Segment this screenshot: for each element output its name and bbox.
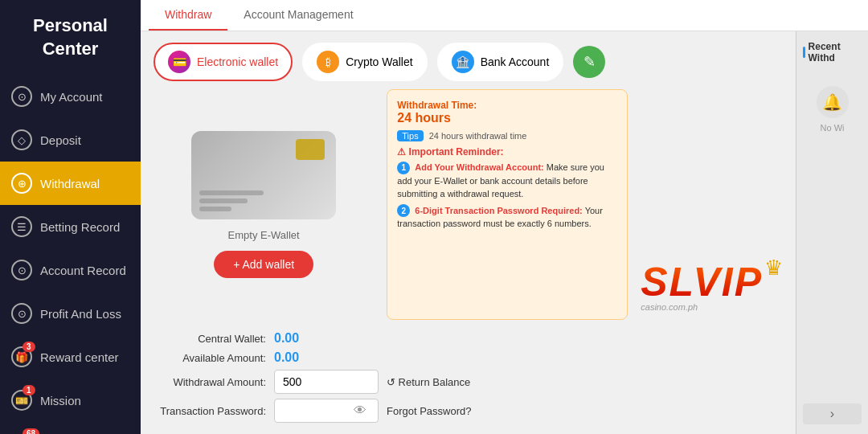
sidebar-item-label: Profit And Loss — [40, 307, 121, 321]
sidebar-item-label: Withdrawal — [40, 177, 100, 190]
card-line-1 — [199, 190, 264, 195]
tips-reminder: ⚠ Important Reminder: — [397, 146, 617, 158]
tips-time-text: Tips 24 hours withdrawal time — [397, 130, 617, 141]
title-bar-decoration — [803, 47, 805, 58]
sidebar-item-label: Reward center — [40, 350, 119, 364]
tips-item1-title: Add Your Withdrawal Account: — [415, 162, 543, 172]
right-panel: Recent Withd 🔔 No Wi › — [796, 31, 868, 434]
internal-message-badge: 68 — [23, 428, 39, 434]
transaction-password-row: Transaction Password: 👁 Forgot Password? — [154, 399, 783, 423]
card-line-3 — [199, 207, 231, 211]
logo-area: SLVIP ♛ casino.com.ph — [641, 89, 783, 320]
sidebar-item-betting-record[interactable]: ☰ Betting Record — [0, 205, 141, 248]
tips-box: Withdrawal Time: 24 hours Tips 24 hours … — [387, 89, 628, 320]
deposit-icon: ◇ — [11, 129, 32, 150]
sidebar-item-withdrawal[interactable]: ⊕ Withdrawal — [0, 162, 141, 205]
ewallet-label: Electronic wallet — [197, 55, 278, 68]
tips-hours: 24 hours — [397, 111, 617, 125]
no-withdraw-text: No Wi — [821, 123, 845, 133]
crown-icon: ♛ — [764, 256, 783, 280]
available-amount-row: Available Amount: 0.00 — [154, 350, 783, 365]
slvip-logo-text: SLVIP — [641, 259, 763, 305]
sidebar-item-reward-center[interactable]: 🎁 Reward center 3 — [0, 335, 141, 379]
recent-title-text: Recent Withd — [809, 41, 862, 63]
bell-icon: 🔔 — [817, 86, 849, 118]
sidebar-item-account-record[interactable]: ⊙ Account Record — [0, 248, 141, 292]
available-amount-value: 0.00 — [274, 350, 299, 365]
sidebar-item-profit-loss[interactable]: ⊙ Profit And Loss — [0, 292, 141, 335]
my-account-icon: ⊙ — [11, 86, 32, 107]
sidebar-item-mission[interactable]: 🎫 Mission 1 — [0, 379, 141, 422]
crypto-icon: ₿ — [317, 51, 339, 73]
tips-item-1: 1 Add Your Withdrawal Account: Make sure… — [397, 161, 617, 201]
sidebar-item-label: Account Record — [40, 264, 126, 277]
transaction-password-input[interactable] — [275, 399, 347, 422]
tips-num-1: 1 — [397, 162, 410, 174]
tab-withdraw[interactable]: Withdraw — [149, 0, 227, 31]
wallet-buttons-row: 💳 Electronic wallet ₿ Crypto Wallet 🏦 Ba… — [154, 43, 783, 81]
card-visual — [191, 131, 336, 219]
tips-item2-title: 6-Digit Transaction Password Required: — [415, 206, 582, 215]
withdrawal-time-label: Withdrawal Time: — [397, 100, 617, 111]
tips-tag: Tips — [397, 130, 423, 141]
transaction-password-label: Transaction Password: — [154, 405, 266, 417]
central-wallet-label: Central Wallet: — [154, 333, 266, 345]
central-wallet-row: Central Wallet: 0.00 — [154, 331, 783, 346]
bank-button[interactable]: 🏦 Bank Account — [437, 43, 564, 81]
sidebar-item-my-account[interactable]: ⊙ My Account — [0, 75, 141, 118]
sidebar-item-label: Betting Record — [40, 220, 120, 234]
return-balance-button[interactable]: ↺ Return Balance — [387, 376, 470, 388]
scroll-down-button[interactable]: › — [803, 403, 862, 424]
sidebar-item-label: My Account — [40, 90, 103, 104]
left-panel: 💳 Electronic wallet ₿ Crypto Wallet 🏦 Ba… — [141, 31, 796, 434]
main-content: Withdraw Account Management 💳 Electronic… — [141, 0, 868, 434]
sidebar: PersonalCenter ⊙ My Account ◇ Deposit ⊕ … — [0, 0, 141, 434]
tips-num-2: 2 — [397, 204, 410, 217]
mission-badge: 1 — [23, 385, 35, 395]
withdrawal-amount-input[interactable] — [274, 370, 379, 394]
sidebar-item-deposit[interactable]: ◇ Deposit — [0, 118, 141, 162]
ewallet-icon: 💳 — [168, 51, 190, 73]
bank-label: Bank Account — [481, 55, 550, 68]
sidebar-item-label: Deposit — [40, 133, 81, 147]
tips-time-text-content: 24 hours withdrawal time — [429, 131, 527, 141]
withdrawal-icon: ⊕ — [11, 173, 32, 194]
withdrawal-amount-label: Withdrawal Amount: — [154, 376, 266, 388]
betting-record-icon: ☰ — [11, 216, 32, 237]
empty-ewallet-label: Empty E-Wallet — [228, 229, 300, 241]
card-area: Empty E-Wallet + Add wallet — [154, 89, 374, 320]
ewallet-button[interactable]: 💳 Electronic wallet — [154, 43, 293, 81]
sidebar-title: PersonalCenter — [0, 0, 141, 75]
eye-icon[interactable]: 👁 — [347, 400, 373, 421]
password-input-wrapper: 👁 — [274, 399, 379, 423]
crypto-button[interactable]: ₿ Crypto Wallet — [302, 43, 428, 81]
content-area: 💳 Electronic wallet ₿ Crypto Wallet 🏦 Ba… — [141, 31, 868, 434]
account-record-icon: ⊙ — [11, 260, 32, 280]
tab-account-management[interactable]: Account Management — [227, 0, 369, 31]
card-line-2 — [199, 199, 248, 203]
middle-section: Empty E-Wallet + Add wallet Withdrawal T… — [154, 89, 783, 320]
available-amount-label: Available Amount: — [154, 352, 266, 364]
tips-item-2: 2 6-Digit Transaction Password Required:… — [397, 204, 617, 231]
profit-loss-icon: ⊙ — [11, 303, 32, 324]
crypto-label: Crypto Wallet — [346, 55, 413, 68]
edit-button[interactable]: ✎ — [573, 46, 605, 78]
recent-withdrawals-title: Recent Withd — [803, 41, 862, 63]
edit-icon: ✎ — [583, 53, 596, 71]
add-wallet-button[interactable]: + Add wallet — [214, 251, 313, 278]
reward-center-badge: 3 — [23, 342, 35, 352]
sidebar-item-label: Mission — [40, 394, 81, 407]
tabs-bar: Withdraw Account Management — [141, 0, 868, 31]
card-lines — [199, 190, 264, 211]
central-wallet-value: 0.00 — [274, 331, 299, 346]
sidebar-item-internal-message[interactable]: @ Internal Message 68 — [0, 422, 141, 434]
no-withdraw-section: 🔔 No Wi — [803, 86, 862, 133]
bank-icon: 🏦 — [452, 51, 474, 73]
forgot-password-link[interactable]: Forgot Password? — [387, 405, 472, 417]
withdrawal-amount-row: Withdrawal Amount: ↺ Return Balance — [154, 370, 783, 394]
form-section: Central Wallet: 0.00 Available Amount: 0… — [154, 331, 783, 423]
